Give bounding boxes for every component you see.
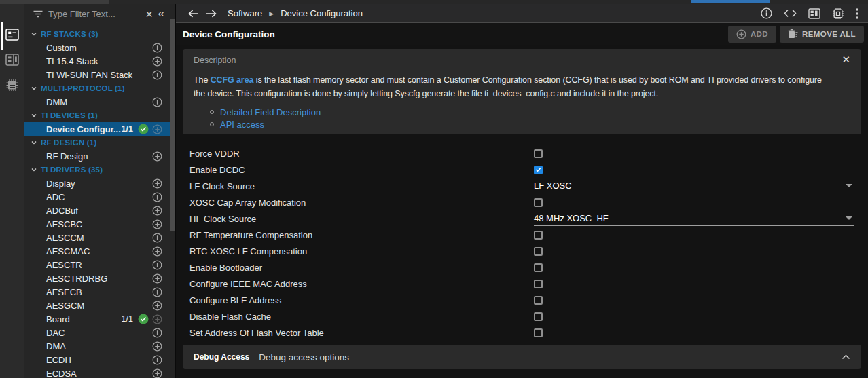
sidebar-item-ecdsa[interactable]: ECDSA [24,366,170,378]
collapse-sidebar-icon[interactable]: « [158,7,164,19]
add-module-icon[interactable] [152,206,162,216]
board-icon[interactable] [808,8,820,19]
forward-icon[interactable] [206,10,217,18]
add-module-icon[interactable] [152,260,162,270]
sidebar-item-aesctrdrbg[interactable]: AESCTRDRBG [24,271,170,285]
filter-icon [33,10,43,18]
sidebar-item-dma[interactable]: DMA [24,339,170,353]
add-module-icon[interactable] [152,151,162,162]
sidebar-scrollbar-thumb[interactable] [170,19,175,231]
close-icon[interactable]: ✕ [842,54,850,66]
sidebar-item-ti-15-4-stack[interactable]: TI 15.4 Stack [24,54,170,68]
lf-clock-source-dropdown[interactable]: LF XOSC [534,178,854,193]
add-module-icon[interactable] [152,56,162,67]
add-module-icon[interactable] [152,70,162,80]
configure-ieee-mac-address-checkbox[interactable] [534,280,543,288]
add-module-icon[interactable] [152,301,162,311]
rtc-xosc-lf-compensation-checkbox[interactable] [534,247,543,256]
top-strip-scroll-indicator[interactable] [691,0,770,3]
disable-flash-cache-checkbox[interactable] [534,312,543,321]
hf-clock-source-dropdown[interactable]: 48 MHz XOSC_HF [534,211,854,226]
tree-section-rf-stacks-3[interactable]: RF STACKS (3) [24,27,170,41]
form-row-configure-ble-address: Configure BLE Address [183,292,861,308]
sidebar-item-aescbc[interactable]: AESCBC [24,217,170,231]
add-module-icon[interactable] [152,368,162,378]
add-module-icon[interactable] [152,314,162,324]
back-icon[interactable] [188,10,199,18]
sidebar-item-adcbuf[interactable]: ADCBuf [24,204,170,217]
form-row-disable-flash-cache: Disable Flash Cache [183,308,861,324]
form-row-rf-temperature-compensation: RF Temperature Compensation [183,227,861,243]
form-row-rtc-xosc-lf-compensation: RTC XOSC LF Compensation [183,243,861,259]
api-access-link[interactable]: API access [220,119,264,130]
main-panel: Software ▶ Device Configuration [175,4,868,378]
add-module-icon[interactable] [152,341,162,352]
enable-dcdc-checkbox[interactable] [534,166,543,174]
more-icon[interactable] [856,8,858,19]
enable-bootloader-checkbox[interactable] [534,263,543,272]
add-module-icon[interactable] [152,273,162,284]
add-module-icon[interactable] [152,287,162,297]
board-view-icon[interactable] [4,52,20,67]
sidebar-item-aesctr[interactable]: AESCTR [24,258,170,271]
sidebar-item-dmm[interactable]: DMM [24,95,170,109]
tree-section-rf-design-1[interactable]: RF DESIGN (1) [24,136,170,149]
sidebar-item-custom[interactable]: Custom [24,41,170,54]
device-view-icon[interactable] [4,77,20,92]
add-module-icon[interactable] [152,219,162,229]
dropdown-arrow-icon [846,216,852,220]
detailed-field-description-link[interactable]: Detailed Field Description [220,107,321,117]
ccfg-area-link[interactable]: CCFG area [211,75,254,85]
add-module-icon[interactable] [152,43,162,53]
add-button[interactable]: ADD [728,26,776,43]
software-view-icon[interactable] [4,27,20,42]
tree-section-ti-devices-1[interactable]: TI DEVICES (1) [24,109,170,122]
debug-access-section[interactable]: Debug Access Debug access options [183,345,861,369]
add-module-icon[interactable] [152,246,162,257]
add-module-icon[interactable] [152,97,162,107]
code-icon[interactable] [784,9,797,18]
bullet-icon [210,110,214,114]
xosc-cap-array-modification-checkbox[interactable] [534,198,543,207]
clear-filter-icon[interactable]: ✕ [145,10,153,19]
description-text: The CCFG area is the last flash memory s… [194,73,850,100]
add-module-icon[interactable] [152,124,162,134]
sidebar-item-device-configur[interactable]: Device Configur...1/1 [24,122,170,136]
field-label: Disable Flash Cache [189,311,534,322]
sidebar-item-aesecb[interactable]: AESECB [24,285,170,299]
field-label: LF Clock Source [189,181,534,191]
breadcrumb-device-configuration[interactable]: Device Configuration [281,8,363,18]
sidebar-scrollbar[interactable] [170,4,175,378]
sidebar-item-ti-wi-sun-fan-stack[interactable]: TI Wi-SUN FAN Stack [24,68,170,81]
field-label: RF Temperature Compensation [189,230,534,240]
force-vddr-checkbox[interactable] [534,149,543,158]
sidebar-item-display[interactable]: Display [24,176,170,190]
sidebar-item-adc[interactable]: ADC [24,190,170,204]
remove-all-button[interactable]: REMOVE ALL [780,26,864,43]
tree-section-multi-protocol-1[interactable]: MULTI-PROTOCOL (1) [24,81,170,95]
add-module-icon[interactable] [152,192,162,202]
add-module-icon[interactable] [152,233,162,243]
breadcrumb-software[interactable]: Software [228,8,262,18]
bullet-icon [210,122,214,126]
collapse-section-icon[interactable] [842,354,850,360]
chip-icon[interactable] [832,7,844,20]
add-module-icon[interactable] [152,328,162,338]
sidebar-item-ecdh[interactable]: ECDH [24,353,170,366]
sidebar-item-aescmac[interactable]: AESCMAC [24,244,170,258]
add-module-icon[interactable] [152,178,162,189]
rf-temperature-compensation-checkbox[interactable] [534,231,543,240]
configure-ble-address-checkbox[interactable] [534,296,543,305]
sidebar-item-dac[interactable]: DAC [24,326,170,339]
chevron-down-icon [31,139,37,146]
sidebar-item-rf-design[interactable]: RF Design [24,149,170,163]
sidebar-item-aesgcm[interactable]: AESGCM [24,299,170,312]
sidebar-item-aesccm[interactable]: AESCCM [24,231,170,244]
info-icon[interactable] [761,7,772,19]
tree-section-ti-drivers-35[interactable]: TI DRIVERS (35) [24,163,170,176]
set-address-of-flash-vector-table-checkbox[interactable] [534,328,543,337]
sidebar-item-board[interactable]: Board1/1 [24,312,170,326]
description-title: Description [194,56,850,65]
add-module-icon[interactable] [152,355,162,365]
filter-input[interactable] [48,9,141,19]
